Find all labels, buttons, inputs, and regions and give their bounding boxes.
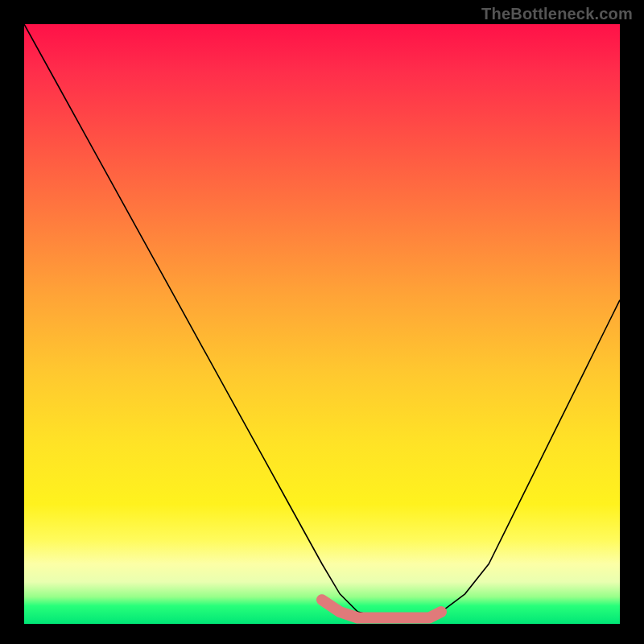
chart-overlay — [24, 24, 620, 624]
watermark-text: TheBottleneck.com — [481, 5, 633, 23]
plot-area — [24, 24, 620, 624]
bottom-band-line — [322, 600, 441, 617]
chart-frame: TheBottleneck.com — [0, 0, 644, 644]
curve-line — [24, 24, 620, 618]
